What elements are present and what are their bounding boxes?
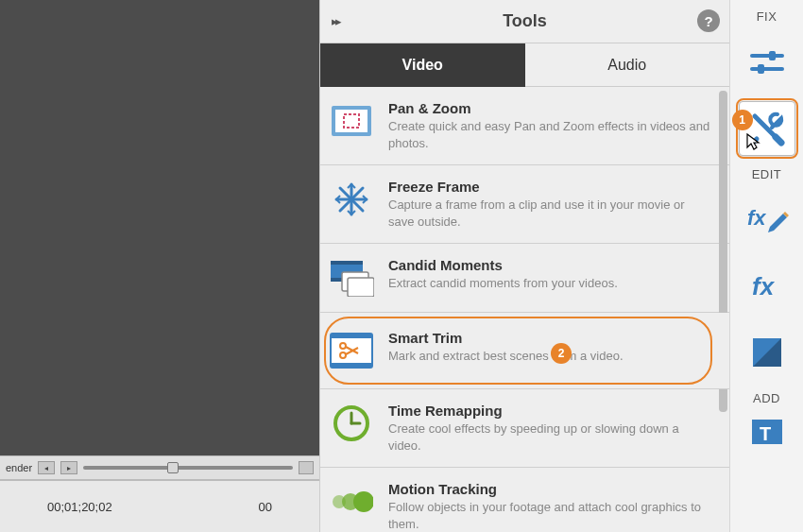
sidebar-fx-edit-button[interactable]: fx bbox=[739, 193, 795, 248]
svg-point-32 bbox=[353, 491, 373, 512]
cursor-icon bbox=[745, 132, 760, 151]
tool-smart-trim[interactable]: 2 Smart Trim Mark and extract best scene bbox=[320, 313, 729, 389]
collapse-panel-button[interactable]: ▸▸ bbox=[320, 14, 350, 28]
sidebar-label-fix: FIX bbox=[757, 9, 777, 24]
tool-freeze-frame[interactable]: Freeze Frame Capture a frame from a clip… bbox=[320, 165, 729, 244]
candid-moments-icon bbox=[328, 257, 375, 299]
tool-pan-zoom[interactable]: Pan & Zoom Create quick and easy Pan and… bbox=[320, 87, 729, 165]
svg-rect-21 bbox=[331, 334, 372, 338]
zoom-slider-thumb[interactable] bbox=[167, 462, 179, 473]
tool-title: Smart Trim bbox=[388, 330, 712, 346]
sliders-icon bbox=[748, 46, 786, 78]
svg-text:T: T bbox=[760, 423, 771, 444]
tool-desc: Create cool effects by speeding up or sl… bbox=[388, 420, 712, 454]
player-controls: ender ◂ ▸ bbox=[0, 455, 319, 480]
panel-header: ▸▸ Tools ? bbox=[320, 0, 729, 43]
tool-time-remapping[interactable]: Time Remapping Create cool effects by sp… bbox=[320, 389, 729, 468]
tool-title: Candid Moments bbox=[388, 257, 712, 273]
player-prev-button[interactable]: ◂ bbox=[38, 461, 55, 474]
panel-title: Tools bbox=[320, 11, 729, 31]
freeze-frame-icon bbox=[328, 179, 375, 220]
timecode-a: 00;01;20;02 bbox=[47, 500, 112, 514]
time-remapping-icon bbox=[328, 403, 375, 444]
video-canvas: ender ◂ ▸ 00;01;20;02 00 bbox=[0, 0, 319, 532]
sidebar-color-button[interactable] bbox=[739, 325, 795, 380]
tool-desc: Extract candid moments from your videos. bbox=[388, 275, 712, 292]
smart-trim-icon bbox=[328, 330, 375, 371]
motion-tracking-icon bbox=[328, 481, 375, 523]
svg-rect-35 bbox=[769, 51, 776, 60]
fx-pencil-icon: fx bbox=[745, 202, 789, 238]
svg-rect-36 bbox=[758, 64, 764, 74]
tab-video[interactable]: Video bbox=[320, 43, 525, 87]
timecode-bar: 00;01;20;02 00 bbox=[0, 480, 319, 532]
sidebar-tools-button[interactable]: 1 bbox=[739, 101, 795, 156]
tool-title: Time Remapping bbox=[388, 403, 712, 419]
tool-list: Pan & Zoom Create quick and easy Pan and… bbox=[320, 87, 729, 532]
svg-text:fx: fx bbox=[752, 272, 776, 300]
tool-title: Freeze Frame bbox=[388, 179, 712, 195]
svg-rect-16 bbox=[331, 261, 363, 265]
panel-tabs: Video Audio bbox=[320, 43, 729, 87]
tools-panel: ▸▸ Tools ? Video Audio Pan & Zoom bbox=[319, 0, 729, 532]
tool-desc: Create quick and easy Pan and Zoom effec… bbox=[388, 118, 712, 151]
svg-text:fx: fx bbox=[747, 206, 766, 230]
tool-desc: Capture a frame from a clip and use it i… bbox=[388, 197, 712, 230]
help-button[interactable]: ? bbox=[697, 9, 720, 32]
zoom-slider[interactable] bbox=[83, 466, 293, 470]
player-next-button[interactable]: ▸ bbox=[60, 461, 77, 474]
sidebar-adjust-button[interactable] bbox=[739, 35, 795, 90]
sidebar-fx-button[interactable]: fx bbox=[739, 259, 795, 314]
svg-rect-19 bbox=[348, 278, 374, 297]
svg-rect-22 bbox=[331, 363, 372, 368]
annotation-badge-1: 1 bbox=[732, 110, 753, 130]
tool-title: Motion Tracking bbox=[388, 481, 712, 497]
tab-audio[interactable]: Audio bbox=[525, 43, 730, 87]
timecode-b: 00 bbox=[259, 500, 272, 514]
sidebar-text-button[interactable]: T bbox=[739, 417, 795, 445]
sidebar-label-edit: EDIT bbox=[752, 167, 782, 181]
pan-zoom-icon bbox=[328, 100, 375, 142]
fx-icon: fx bbox=[748, 270, 786, 302]
tool-candid-moments[interactable]: Candid Moments Extract candid moments fr… bbox=[320, 244, 729, 313]
tool-motion-tracking[interactable]: Motion Tracking Follow objects in your f… bbox=[320, 468, 729, 532]
fullscreen-button[interactable] bbox=[299, 461, 314, 474]
color-swatch-icon bbox=[750, 335, 784, 369]
svg-rect-1 bbox=[335, 110, 367, 132]
tool-desc: Follow objects in your footage and attac… bbox=[388, 499, 712, 532]
sidebar-label-add: ADD bbox=[753, 391, 780, 405]
text-icon: T bbox=[750, 418, 784, 444]
render-label: ender bbox=[6, 462, 32, 473]
right-sidebar: FIX 1 EDIT fx bbox=[729, 0, 803, 532]
tool-title: Pan & Zoom bbox=[388, 100, 712, 116]
